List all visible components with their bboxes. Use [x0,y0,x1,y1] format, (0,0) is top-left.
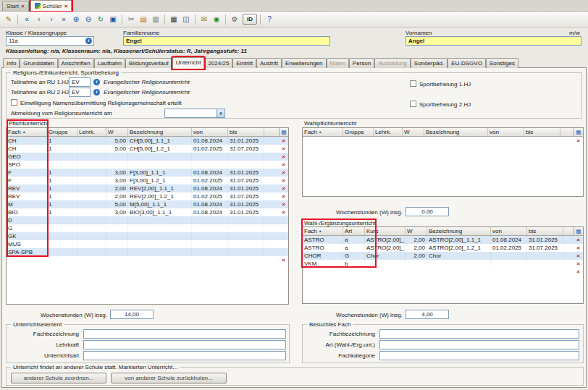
familienname-input[interactable]: Engel [123,36,330,46]
table-row[interactable]: GK × [7,232,288,240]
nav-tab[interactable]: 2024/25 [204,58,232,68]
table-row[interactable]: CH 1 5,00 CH[5,00]_1.2_1 01.02.2025 31.0… [7,145,288,153]
close-icon[interactable]: × [21,3,25,9]
fachbezeichnung-input[interactable] [83,329,286,339]
dropdown-icon[interactable]: ▼ [217,109,225,118]
cut-icon[interactable]: ✂ [125,14,137,25]
delete-row-icon[interactable]: × [574,260,583,268]
column-header-art[interactable]: Art [343,227,365,235]
info-icon[interactable]: i [93,79,100,85]
delete-row-icon[interactable]: × [279,137,288,145]
nav-tab[interactable]: Austritt [256,58,282,68]
print-icon[interactable]: ▦ [168,14,180,25]
nav-tab[interactable]: Laufbahn [94,58,125,68]
column-header-lehrk[interactable]: Lehrk. [77,128,106,136]
table-row[interactable]: GEO × [7,153,288,161]
delete-row-icon[interactable]: × [279,256,288,264]
nav-tab[interactable]: Sonderpäd. [411,58,448,68]
copy-icon[interactable]: ▤ [138,14,149,25]
column-header-bezeichnung[interactable]: Bezeichnung [427,227,491,235]
column-header-bis[interactable]: bis [527,227,563,235]
column-header-w[interactable]: W [403,128,424,136]
info-icon[interactable]: i [93,89,100,96]
delete-row-icon[interactable]: × [279,177,288,185]
table-row[interactable]: F 1 3,00 F[3,00]_1.2_1 01.02.2025 31.07.… [7,177,288,185]
tab-start[interactable]: Start × [2,1,29,11]
table-row[interactable]: CHOR G Chor 2,00 Chor × [303,252,583,260]
column-header-bis[interactable]: bis [524,128,560,136]
sportbefreiung-2hj-checkbox[interactable] [410,101,416,107]
table-row[interactable]: REV 1 2,00 REV[2,00]_1.1_1 01.08.2024 31… [7,185,288,192]
delete-row-icon[interactable]: × [279,161,288,169]
column-header-von[interactable]: von [488,128,524,136]
column-header-kurs[interactable]: Kurs [365,227,406,235]
klasse-input[interactable]: 11a [6,36,94,46]
table-row[interactable]: F 1 3,00 F[3,00]_1.1_1 01.08.2024 31.01.… [7,169,288,177]
nav-tab[interactable]: Unterricht [172,57,205,69]
column-header-bezeichnung[interactable]: Bezeichnung [128,128,192,136]
table-row[interactable]: M 1 5,00 M[5,00]_1.1_1 01.08.2024 31.01.… [7,200,288,208]
email-icon[interactable]: ✉ [198,14,210,25]
edit-icon[interactable]: ✎ [3,14,14,25]
consent-checkbox[interactable] [11,99,17,106]
delete-row-icon[interactable]: × [279,145,288,153]
table-row[interactable]: SPO × [7,161,288,169]
nav-tab[interactable]: Bildungsverlauf [125,58,172,68]
nav-prev-icon[interactable]: ‹ [33,14,45,25]
info-icon[interactable]: i [85,38,92,44]
delete-row-icon[interactable]: × [279,169,288,177]
delete-row-icon[interactable]: × [279,192,288,200]
art-wahl-erg-input[interactable] [379,340,579,349]
delete-row-icon[interactable]: × [279,200,288,208]
table-row[interactable]: REV 1 2,00 REV[2,00]_1.2_1 01.02.2025 31… [7,192,288,200]
nav-first-icon[interactable]: « [21,14,33,25]
nav-tab[interactable]: Sonstiges [486,58,518,68]
delete-record-icon[interactable]: ⊖ [83,14,94,25]
column-header-w[interactable]: W [106,128,128,136]
nav-tab[interactable]: EU-DSGVO [448,58,486,68]
settings-icon[interactable]: ⚙ [229,14,240,25]
delete-row-icon[interactable]: × [574,236,583,244]
close-icon[interactable]: × [64,3,68,9]
lehrkraft-input[interactable] [83,340,286,349]
help-icon[interactable]: ? [264,14,275,25]
ru2-input[interactable]: EV [69,88,91,97]
column-header-fach[interactable]: Fach▲ [303,227,343,235]
delete-row-icon[interactable]: × [574,244,583,252]
delete-row-icon[interactable]: × [279,185,288,192]
column-header-von[interactable]: von [192,128,228,136]
column-header-gruppe[interactable]: Gruppe [343,128,374,136]
sportbefreiung-1hj-checkbox[interactable] [410,80,416,87]
delete-row-icon[interactable]: × [574,252,583,260]
grid-options-icon[interactable]: ▦ [574,227,583,235]
table-row[interactable]: CH 1 5,00 CH[5,00]_1.1_1 01.08.2024 31.0… [7,137,288,145]
column-header-gruppe[interactable]: Gruppe [47,128,77,136]
nav-tab[interactable]: Anschriften [58,58,94,68]
delete-row-icon[interactable]: × [279,208,288,216]
nav-tab[interactable]: Grunddaten [20,58,57,68]
nav-tab[interactable]: Noten [327,58,349,68]
nav-next-icon[interactable]: › [46,14,57,25]
tab-schueler[interactable]: Schüler × [30,0,72,11]
table-row[interactable]: SPA-SPB × [7,248,288,256]
id-button[interactable]: ID [243,14,257,25]
fachkategorie-input[interactable] [379,351,579,360]
column-header-bezeichnung[interactable]: Bezeichnung [424,128,488,136]
table-row[interactable]: G × [7,224,288,232]
column-header-fach[interactable]: Fach▲ [7,128,47,136]
grid-options-icon[interactable]: ▦ [279,128,288,136]
table-row[interactable]: VKM b × [303,260,583,268]
column-header-fach[interactable]: Fach▲ [303,128,343,136]
table-row[interactable]: MUS × [7,240,288,248]
nav-tab[interactable]: Eintritt [232,58,256,68]
unterrichtsart-input[interactable] [83,351,286,360]
vornamen-input[interactable]: Angel [406,36,581,46]
delete-row-icon[interactable]: × [574,137,583,145]
fachbezeichnung-input[interactable] [379,329,579,339]
column-header-lehrk[interactable]: Lehrk. [374,128,403,136]
delete-row-icon[interactable]: × [279,153,288,161]
column-header-bis[interactable]: bis [228,128,264,136]
nav-tab[interactable]: Erweiterungen [282,58,327,68]
refresh-icon[interactable]: ↻ [95,14,106,25]
save-icon[interactable]: ▣ [107,14,119,25]
